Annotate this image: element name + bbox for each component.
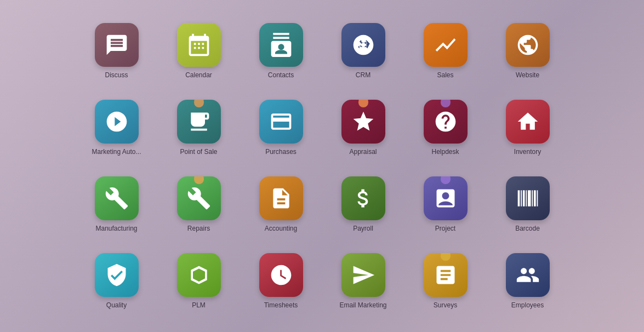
app-label-crm: CRM [356, 71, 371, 79]
sales-icon [434, 33, 458, 57]
svg-rect-2 [522, 190, 525, 206]
app-item-calendar[interactable]: Calendar [161, 15, 237, 87]
app-label-payroll: Payroll [353, 225, 373, 232]
svg-rect-0 [517, 190, 520, 206]
app-label-email: Email Marketing [339, 301, 386, 309]
crm-icon [351, 33, 375, 57]
app-icon-helpdesk [424, 100, 468, 144]
repairs-icon [187, 186, 211, 210]
contacts-icon [269, 33, 293, 57]
app-icon-appraisal [341, 100, 385, 144]
surveys-droplet [441, 253, 451, 261]
app-label-quality: Quality [106, 301, 127, 309]
app-label-project: Project [435, 225, 455, 232]
app-icon-quality [95, 253, 139, 297]
payroll-icon [351, 186, 375, 210]
app-item-timesheets[interactable]: Timesheets [243, 245, 320, 317]
accounting-icon [269, 186, 293, 210]
app-label-pos: Point of Sale [180, 148, 217, 156]
app-icon-website [506, 23, 550, 67]
app-item-employees[interactable]: Employees [489, 245, 566, 317]
app-item-sales[interactable]: Sales [407, 15, 484, 87]
svg-rect-5 [532, 190, 533, 206]
pos-droplet [194, 100, 204, 107]
app-label-sales: Sales [437, 71, 453, 79]
app-icon-inventory [506, 100, 550, 144]
barcode-icon [516, 186, 540, 210]
website-icon [516, 33, 540, 57]
app-item-inventory[interactable]: Inventory [489, 92, 566, 163]
app-grid: Discuss Calendar Contacts CRM Sales Webs… [67, 4, 577, 328]
app-icon-marketing [95, 100, 139, 144]
appraisal-icon [351, 110, 375, 134]
app-item-repairs[interactable]: Repairs [161, 169, 237, 240]
app-item-purchases[interactable]: Purchases [243, 92, 320, 163]
app-label-surveys: Surveys [434, 301, 457, 309]
svg-rect-1 [521, 190, 522, 206]
app-icon-payroll [341, 176, 385, 220]
app-item-discuss[interactable]: Discuss [78, 15, 155, 87]
app-label-website: Website [516, 71, 539, 79]
app-label-discuss: Discuss [105, 71, 128, 79]
email-icon [351, 263, 375, 287]
plm-icon [187, 263, 211, 287]
app-label-timesheets: Timesheets [264, 301, 298, 309]
app-label-marketing: Marketing Auto... [92, 148, 141, 156]
svg-rect-3 [526, 190, 527, 206]
app-label-manufacturing: Manufacturing [95, 225, 137, 232]
app-icon-plm [177, 253, 221, 297]
app-icon-manufacturing [95, 176, 139, 220]
app-item-helpdesk[interactable]: Helpdesk [407, 92, 484, 163]
app-icon-contacts [259, 23, 303, 67]
helpdesk-icon [434, 110, 458, 134]
app-item-surveys[interactable]: Surveys [407, 245, 484, 317]
app-item-marketing[interactable]: Marketing Auto... [78, 92, 155, 163]
helpdesk-droplet [441, 100, 451, 107]
app-icon-crm [341, 23, 385, 67]
timesheets-icon [269, 263, 293, 287]
surveys-icon [434, 263, 458, 287]
repairs-droplet [194, 176, 204, 184]
app-item-quality[interactable]: Quality [78, 245, 155, 317]
app-item-project[interactable]: Project [407, 169, 484, 240]
app-item-plm[interactable]: PLM [161, 245, 237, 317]
app-icon-project [424, 176, 468, 220]
app-item-crm[interactable]: CRM [325, 15, 402, 87]
app-item-payroll[interactable]: Payroll [325, 169, 402, 240]
app-item-manufacturing[interactable]: Manufacturing [78, 169, 155, 240]
app-item-contacts[interactable]: Contacts [243, 15, 320, 87]
app-label-calendar: Calendar [185, 71, 212, 79]
app-item-appraisal[interactable]: Appraisal [325, 92, 402, 163]
app-icon-email [341, 253, 385, 297]
app-icon-calendar [177, 23, 221, 67]
app-label-helpdesk: Helpdesk [431, 148, 459, 156]
svg-rect-6 [534, 190, 536, 206]
app-icon-timesheets [259, 253, 303, 297]
app-label-barcode: Barcode [515, 225, 540, 232]
purchases-icon [269, 110, 293, 134]
app-label-employees: Employees [511, 301, 544, 309]
app-icon-employees [506, 253, 550, 297]
app-item-barcode[interactable]: Barcode [489, 169, 566, 240]
app-icon-sales [424, 23, 468, 67]
app-label-accounting: Accounting [265, 225, 297, 232]
app-label-purchases: Purchases [265, 148, 297, 156]
employees-icon [516, 263, 540, 287]
appraisal-droplet [358, 100, 368, 107]
app-item-email[interactable]: Email Marketing [325, 245, 402, 317]
project-droplet [441, 176, 451, 184]
app-item-pos[interactable]: Point of Sale [161, 92, 237, 163]
app-item-accounting[interactable]: Accounting [243, 169, 320, 240]
app-icon-surveys [424, 253, 468, 297]
pos-icon [187, 110, 211, 134]
manufacturing-icon [105, 186, 129, 210]
app-icon-pos [177, 100, 221, 144]
app-label-contacts: Contacts [268, 71, 294, 79]
app-label-repairs: Repairs [187, 225, 210, 232]
marketing-icon [105, 110, 129, 134]
app-item-website[interactable]: Website [489, 15, 566, 87]
app-label-appraisal: Appraisal [349, 148, 377, 156]
svg-rect-4 [528, 190, 531, 206]
app-label-inventory: Inventory [514, 148, 541, 156]
app-icon-barcode [506, 176, 550, 220]
